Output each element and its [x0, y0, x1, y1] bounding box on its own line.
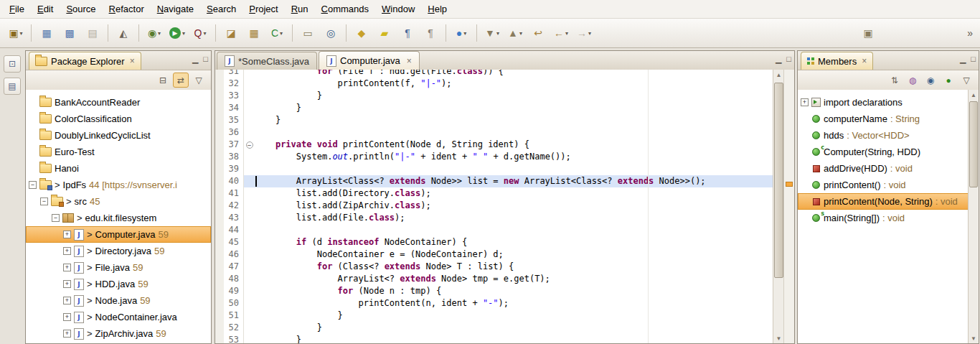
member-item-computername[interactable]: computerName : String [798, 111, 969, 127]
maximize-icon[interactable]: □ [203, 55, 208, 64]
show-selected-element-button[interactable]: ¶ [419, 23, 442, 43]
tree-item-computer-java[interactable]: +J>Computer.java59 [26, 226, 211, 243]
code-area[interactable]: 31 for (File f : hdd.get(File.class)) {3… [215, 70, 773, 343]
collapse-all-button[interactable]: ⊟ [155, 73, 171, 88]
minimized-view-button[interactable]: ▤ [4, 78, 21, 95]
menu-navigate[interactable]: Navigate [151, 1, 200, 17]
code-text[interactable]: for (Class<? extends Node> T : list) { [255, 261, 773, 273]
menu-search[interactable]: Search [200, 1, 242, 17]
collapse-icon[interactable]: − [40, 197, 48, 205]
sort-members-button[interactable]: ⇅ [887, 73, 903, 88]
coverage-button[interactable]: Q▾ [189, 23, 212, 43]
close-tab-icon[interactable]: × [407, 56, 412, 66]
expand-icon[interactable]: + [63, 247, 71, 255]
key-button[interactable]: ◆ [350, 23, 373, 43]
scroll-up-icon[interactable]: ▲ [969, 90, 979, 100]
fold-collapse-icon[interactable]: − [244, 139, 255, 151]
package-explorer-view-tab[interactable]: Package Explorer × [29, 52, 141, 70]
maximize-icon[interactable]: □ [786, 55, 791, 64]
code-text[interactable]: list.add(Directory.class); [255, 187, 773, 200]
previous-annotation-button[interactable]: ▲▾ [504, 23, 527, 43]
expand-icon[interactable]: + [63, 231, 71, 238]
code-text[interactable]: } [255, 90, 773, 102]
menu-commands[interactable]: Commands [315, 1, 375, 17]
expand-icon[interactable]: + [63, 297, 71, 305]
code-text[interactable]: System.out.println("|-" + ident + " " + … [255, 151, 773, 163]
members-scrollbar-thumb[interactable] [969, 101, 978, 187]
editor-tab-computer-java[interactable]: JComputer.java× [319, 51, 420, 70]
hide-static-button[interactable]: ◉ [923, 73, 938, 88]
overview-ruler[interactable] [783, 70, 794, 343]
tree-item-directory-java[interactable]: +J>Directory.java59 [26, 243, 211, 259]
code-text[interactable]: for (Node n : tmp) { [255, 285, 773, 297]
member-item-import-declarations[interactable]: +import declarations [798, 94, 969, 111]
code-text[interactable]: list.add(File.class); [255, 212, 773, 224]
tree-item-ziparchiv-java[interactable]: +J>ZipArchiv.java59 [26, 325, 211, 342]
menu-run[interactable]: Run [285, 1, 315, 17]
new-package-button[interactable]: ▦ [242, 23, 265, 43]
mark-occurrences-button[interactable]: ▰ [373, 23, 396, 43]
member-item-printcontent[interactable]: printContent() : void [798, 177, 969, 193]
menu-edit[interactable]: Edit [31, 1, 60, 17]
member-item-adddrive-hdd[interactable]: addDrive(HDD) : void [798, 160, 969, 177]
tree-item-node-java[interactable]: +J>Node.java59 [26, 292, 211, 309]
pin-editor-button[interactable]: ▣ [857, 23, 880, 43]
code-text[interactable]: } [255, 310, 773, 322]
editor-tab-someclass-java[interactable]: J*SomeClass.java [217, 52, 317, 70]
tree-item-nodecontainer-java[interactable]: +J>NodeContainer.java [26, 309, 211, 325]
menu-help[interactable]: Help [421, 1, 453, 17]
code-text[interactable]: ArrayList<Class<? extends Node>> list = … [255, 175, 773, 187]
code-text[interactable]: printContent(n, ident + "-"); [255, 297, 773, 310]
package-explorer-view-menu-button[interactable]: ▽ [191, 73, 207, 88]
expand-icon[interactable]: + [63, 280, 71, 288]
collapse-icon[interactable]: − [29, 181, 37, 189]
collapse-icon[interactable]: − [52, 214, 60, 222]
member-item-computer-string-hdd[interactable]: cComputer(String, HDD) [798, 144, 969, 160]
expand-icon[interactable]: + [63, 264, 71, 271]
tree-item-file-java[interactable]: +J>File.java59 [26, 259, 211, 276]
code-text[interactable]: } [255, 102, 773, 114]
tree-item-hanoi[interactable]: Hanoi [26, 160, 211, 177]
code-text[interactable]: } [255, 114, 773, 126]
scroll-up-icon[interactable]: ▲ [773, 70, 784, 80]
menu-window[interactable]: Window [375, 1, 421, 17]
close-view-icon[interactable]: × [130, 56, 135, 66]
code-text[interactable]: } [255, 322, 773, 334]
editor-scrollbar-thumb[interactable] [774, 83, 783, 278]
annotation-marker[interactable] [786, 182, 793, 187]
show-whitespace-button[interactable]: ¶ [396, 23, 419, 43]
restore-views-button[interactable]: ⊡ [4, 55, 21, 73]
web-browser-button[interactable]: ●▾ [450, 23, 473, 43]
code-text[interactable]: for (File f : hdd.get(File.class)) { [255, 70, 773, 78]
tree-item-doublylinkedcycliclist[interactable]: DoublyLinkedCyclicList [26, 127, 211, 144]
build-button[interactable]: ◭ [112, 23, 135, 43]
tree-item-hdd-java[interactable]: +J>HDD.java59 [26, 276, 211, 292]
toolbar-overflow-chevron[interactable]: » [964, 27, 976, 39]
open-resource-button[interactable]: ▭ [296, 23, 319, 43]
hide-nonpublic-button[interactable]: ● [941, 73, 956, 88]
member-item-main-string[interactable]: smain(String[]) : void [798, 210, 969, 226]
tree-item-ipdfs[interactable]: −>IpdFs44 [https://svnserver.i [26, 177, 211, 193]
menu-file[interactable]: File [3, 1, 31, 17]
hide-fields-button[interactable]: ◍ [905, 73, 920, 88]
expand-icon[interactable]: + [801, 98, 809, 106]
print-button[interactable]: ▤ [81, 23, 104, 43]
code-text[interactable]: list.add(ZipArchiv.class); [255, 200, 773, 212]
minimize-icon[interactable]: ▁ [960, 55, 966, 64]
code-text[interactable] [255, 224, 773, 236]
save-button[interactable]: ▦ [35, 23, 58, 43]
last-edit-location-button[interactable]: ↩ [527, 23, 550, 43]
new-java-project-button[interactable]: ◪ [220, 23, 242, 43]
member-item-hdds[interactable]: hdds : Vector<HDD> [798, 127, 969, 144]
link-with-editor-button[interactable]: ⇄ [173, 73, 189, 88]
save-all-button[interactable]: ▩ [58, 23, 81, 43]
menu-project[interactable]: Project [242, 1, 284, 17]
menu-refactor[interactable]: Refactor [103, 1, 151, 17]
menu-source[interactable]: Source [60, 1, 102, 17]
forward-button[interactable]: →▾ [573, 23, 595, 43]
expand-icon[interactable]: + [63, 313, 71, 321]
minimize-icon[interactable]: ▁ [192, 55, 198, 64]
minimize-icon[interactable]: ▁ [776, 55, 781, 64]
search-button[interactable]: ◎ [319, 23, 342, 43]
debug-button[interactable]: ◉▾ [143, 23, 166, 43]
